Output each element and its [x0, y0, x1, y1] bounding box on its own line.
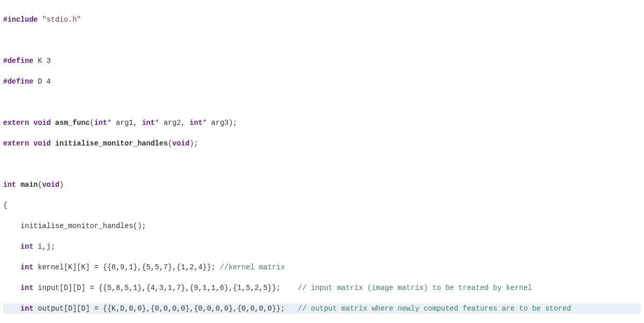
space — [38, 15, 42, 24]
space — [29, 139, 33, 148]
preproc: #define — [3, 77, 34, 86]
space — [29, 119, 33, 127]
preproc: #define — [3, 57, 34, 65]
keyword: int — [21, 284, 34, 292]
keyword: void — [34, 119, 51, 127]
indent — [3, 263, 21, 271]
code-line: #define D 4 — [3, 76, 641, 87]
paren: ( — [168, 139, 172, 148]
keyword: int — [142, 119, 155, 127]
text: * arg2, — [155, 119, 189, 127]
string-quote: " — [42, 15, 46, 24]
keyword: int — [21, 304, 34, 313]
code-line: int kernel[K][K] = {{8,9,1},{5,5,7},{1,2… — [3, 262, 641, 272]
space — [51, 119, 55, 127]
keyword: void — [172, 139, 190, 148]
keyword: int — [189, 119, 202, 127]
keyword: extern — [3, 139, 29, 148]
text: ); — [189, 139, 198, 148]
code-line — [3, 159, 641, 169]
text: i,j; — [34, 243, 55, 251]
space — [16, 181, 20, 189]
keyword: int — [21, 263, 34, 271]
keyword: void — [34, 139, 51, 148]
indent — [3, 284, 21, 292]
code-line-highlighted: int output[D][D] = {{K,D,0,0},{0,0,0,0},… — [3, 303, 641, 314]
code-line: #define K 3 — [3, 56, 641, 66]
comment: //kernel matrix — [220, 263, 285, 271]
code-line: int input[D][D] = {{5,8,5,1},{4,3,1,7},{… — [3, 283, 641, 293]
function-name: main — [21, 181, 38, 189]
code-line — [3, 97, 641, 107]
text: D 4 — [34, 77, 51, 86]
text: input[D][D] = {{5,8,5,1},{4,3,1,7},{9,1,… — [34, 284, 298, 292]
code-line: { — [3, 200, 641, 211]
function-name: asm_func — [55, 119, 90, 127]
keyword: int — [21, 243, 34, 251]
preproc: #include — [3, 15, 38, 24]
text: output[D][D] = {{K,D,0,0},{0,0,0,0},{0,0… — [34, 304, 298, 313]
code-line: int i,j; — [3, 241, 641, 252]
space — [51, 139, 55, 148]
code-line: initialise_monitor_handles(); — [3, 221, 641, 231]
text: kernel[K][K] = {{8,9,1},{5,5,7},{1,2,4}}… — [34, 263, 220, 271]
code-line: extern void initialise_monitor_handles(v… — [3, 138, 641, 149]
text: K 3 — [34, 57, 51, 65]
indent — [3, 243, 21, 251]
code-editor[interactable]: #include "stdio.h" #define K 3 #define D… — [0, 0, 644, 323]
string-quote: " — [77, 15, 81, 24]
indent — [3, 304, 21, 313]
code-line: #include "stdio.h" — [3, 14, 641, 25]
code-line — [3, 35, 641, 45]
text: * arg3); — [203, 119, 237, 127]
code-line: int main(void) — [3, 180, 641, 190]
comment: // output matrix where newly computed fe… — [298, 304, 571, 313]
text: ) — [59, 181, 63, 189]
comment: // input matrix (image matrix) to be tre… — [298, 284, 532, 292]
text: * arg1, — [107, 119, 142, 127]
string-content: stdio.h — [46, 15, 77, 24]
keyword: extern — [3, 119, 29, 127]
keyword: int — [94, 119, 107, 127]
keyword: void — [42, 181, 60, 189]
function-name: initialise_monitor_handles — [55, 139, 168, 148]
paren: ( — [38, 181, 42, 189]
keyword: int — [3, 181, 16, 189]
code-line: extern void asm_func(int* arg1, int* arg… — [3, 118, 641, 128]
